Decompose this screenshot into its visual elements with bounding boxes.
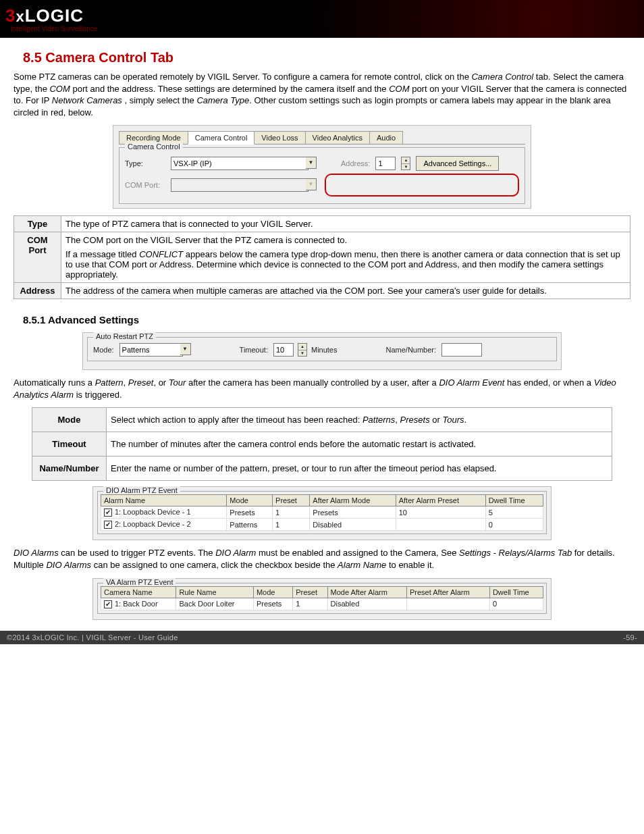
tab-camera-control[interactable]: Camera Control bbox=[188, 131, 255, 145]
va-alarm-table: Camera Name Rule Name Mode Preset Mode A… bbox=[101, 586, 543, 610]
page-footer: ©2014 3xLOGIC Inc. | VIGIL Server - User… bbox=[0, 631, 644, 644]
camera-control-definitions: Type The type of PTZ camera that is conn… bbox=[14, 215, 630, 299]
intro-paragraph: Some PTZ cameras can be operated remotel… bbox=[14, 71, 630, 118]
chevron-down-icon[interactable]: ▼ bbox=[306, 157, 317, 169]
col-mode-after-alarm[interactable]: Mode After Alarm bbox=[327, 586, 407, 598]
chevron-down-icon[interactable]: ▼ bbox=[298, 350, 306, 357]
auto-restart-paragraph: Automatically runs a Pattern, Preset, or… bbox=[14, 377, 630, 400]
va-alarm-group: VA Alarm PTZ Event Camera Name Rule Name… bbox=[97, 583, 547, 614]
table-row[interactable]: ✔1: Loopback Device - 1 Presets 1 Preset… bbox=[101, 506, 543, 519]
def-val: Select which action to apply after the t… bbox=[107, 408, 612, 432]
def-key: Mode bbox=[32, 408, 107, 432]
tab-audio[interactable]: Audio bbox=[369, 131, 403, 144]
mode-label: Mode: bbox=[93, 346, 114, 354]
chevron-down-icon: ▼ bbox=[306, 178, 317, 190]
va-alarm-panel: VA Alarm PTZ Event Camera Name Rule Name… bbox=[92, 578, 552, 620]
def-val: Enter the name or number of the pattern,… bbox=[107, 457, 612, 481]
def-key: Name/Number bbox=[32, 457, 107, 481]
checkbox-icon[interactable]: ✔ bbox=[104, 521, 112, 529]
dio-paragraph: DIO Alarms can be used to trigger PTZ ev… bbox=[14, 547, 630, 571]
chevron-down-icon[interactable]: ▼ bbox=[402, 164, 410, 170]
col-preset[interactable]: Preset bbox=[273, 495, 310, 506]
col-mode[interactable]: Mode bbox=[253, 586, 292, 598]
tab-video-loss[interactable]: Video Loss bbox=[254, 131, 305, 144]
section-heading: 8.5 Camera Control Tab bbox=[23, 50, 630, 66]
timeout-spinner[interactable]: ▲▼ bbox=[298, 343, 307, 357]
logo-three: 3 bbox=[5, 5, 15, 26]
logo-x: x bbox=[16, 8, 24, 26]
footer-page-number: -59- bbox=[623, 633, 637, 642]
col-preset[interactable]: Preset bbox=[293, 586, 327, 598]
chevron-up-icon[interactable]: ▲ bbox=[298, 344, 306, 350]
group-legend: Camera Control bbox=[125, 142, 183, 151]
comport-label: COM Port: bbox=[125, 181, 165, 189]
address-spinner[interactable]: ▲▼ bbox=[401, 157, 410, 170]
address-label: Address: bbox=[341, 159, 370, 167]
tab-video-analytics[interactable]: Video Analytics bbox=[305, 131, 370, 144]
auto-restart-definitions: Mode Select which action to apply after … bbox=[32, 407, 612, 481]
namenum-label: Name/Number: bbox=[386, 346, 437, 354]
col-rule-name[interactable]: Rule Name bbox=[176, 586, 253, 598]
timeout-label: Timeout: bbox=[240, 346, 268, 354]
footer-left: ©2014 3xLOGIC Inc. | VIGIL Server - User… bbox=[7, 633, 178, 642]
col-dwell-time[interactable]: Dwell Time bbox=[489, 586, 543, 598]
def-val: The type of PTZ camera that is connected… bbox=[61, 216, 630, 232]
group-legend: VA Alarm PTZ Event bbox=[103, 578, 176, 586]
checkbox-icon[interactable]: ✔ bbox=[104, 509, 112, 517]
col-after-alarm-mode[interactable]: After Alarm Mode bbox=[310, 495, 396, 506]
page-content: 8.5 Camera Control Tab Some PTZ cameras … bbox=[0, 38, 644, 631]
col-mode[interactable]: Mode bbox=[227, 495, 273, 506]
checkbox-icon[interactable]: ✔ bbox=[104, 600, 112, 608]
namenum-input[interactable] bbox=[441, 343, 482, 357]
def-key: Timeout bbox=[32, 432, 107, 457]
type-dropdown[interactable] bbox=[171, 157, 308, 170]
custom-settings-highlight bbox=[325, 174, 519, 197]
mode-dropdown[interactable] bbox=[119, 343, 183, 357]
timeout-input[interactable] bbox=[273, 343, 294, 357]
group-legend: Auto Restart PTZ bbox=[93, 332, 156, 340]
address-input[interactable] bbox=[375, 157, 396, 170]
def-val: The number of minutes after the camera c… bbox=[107, 432, 612, 457]
logo-logic: LOGIC bbox=[25, 5, 84, 26]
table-row[interactable]: ✔1: Back Door Back Door Loiter Presets 1… bbox=[101, 598, 543, 610]
logo-subtitle: Intelligent Video Surveillance bbox=[11, 25, 97, 32]
chevron-up-icon[interactable]: ▲ bbox=[402, 157, 410, 164]
table-row[interactable]: ✔2: Loopback Device - 2 Patterns 1 Disab… bbox=[101, 519, 543, 531]
col-after-alarm-preset[interactable]: After Alarm Preset bbox=[396, 495, 485, 506]
col-alarm-name[interactable]: Alarm Name bbox=[101, 495, 227, 506]
camera-control-panel: Recording Mode Camera Control Video Loss… bbox=[113, 125, 531, 209]
dio-alarm-table: Alarm Name Mode Preset After Alarm Mode … bbox=[101, 494, 543, 531]
group-legend: DIO Alarm PTZ Event bbox=[103, 486, 180, 494]
dio-alarm-group: DIO Alarm PTZ Event Alarm Name Mode Pres… bbox=[97, 491, 547, 534]
def-key: Type bbox=[14, 216, 61, 232]
dio-alarm-panel: DIO Alarm PTZ Event Alarm Name Mode Pres… bbox=[92, 486, 552, 540]
camera-control-group: Camera Control Type: ▼ Address: ▲▼ Advan… bbox=[119, 147, 525, 204]
auto-restart-group: Auto Restart PTZ Mode: ▼ Timeout: ▲▼ Min… bbox=[87, 337, 557, 361]
chevron-down-icon[interactable]: ▼ bbox=[180, 343, 191, 355]
brand-header: 3 x LOGIC Intelligent Video Surveillance bbox=[0, 0, 644, 38]
comport-dropdown bbox=[171, 178, 308, 192]
timeout-unit: Minutes bbox=[311, 346, 338, 354]
type-label: Type: bbox=[125, 159, 165, 167]
advanced-settings-button[interactable]: Advanced Settings... bbox=[416, 156, 499, 171]
def-val: The COM port on the VIGIL Server that th… bbox=[61, 232, 630, 283]
col-camera-name[interactable]: Camera Name bbox=[101, 586, 176, 598]
col-preset-after-alarm[interactable]: Preset After Alarm bbox=[407, 586, 490, 598]
def-key: COM Port bbox=[14, 232, 61, 283]
def-val: The address of the camera when multiple … bbox=[61, 283, 630, 299]
subsection-heading: 8.5.1 Advanced Settings bbox=[23, 314, 630, 325]
col-dwell-time[interactable]: Dwell Time bbox=[485, 495, 543, 506]
def-key: Address bbox=[14, 283, 61, 299]
auto-restart-panel: Auto Restart PTZ Mode: ▼ Timeout: ▲▼ Min… bbox=[82, 332, 562, 370]
brand-logo: 3 x LOGIC bbox=[5, 5, 97, 26]
